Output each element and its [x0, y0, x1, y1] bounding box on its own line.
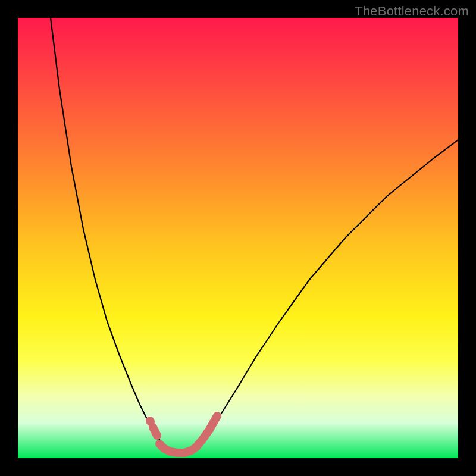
- marker-group: [150, 416, 217, 453]
- watermark-label: TheBottleneck.com: [355, 4, 469, 19]
- plot-area: [18, 18, 458, 458]
- curve-right-branch: [196, 140, 458, 447]
- marker-bottom: [159, 444, 196, 453]
- curve-left-branch: [51, 18, 165, 447]
- bottleneck-curve-svg: [18, 18, 458, 458]
- marker-right-long: [196, 416, 217, 447]
- marker-left-short: [153, 427, 157, 436]
- marker-left-dot: [150, 421, 151, 422]
